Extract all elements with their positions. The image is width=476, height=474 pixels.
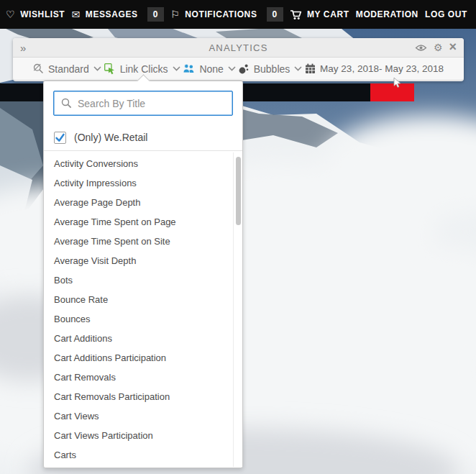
segment-label: None — [199, 63, 223, 75]
display-type-dropdown[interactable]: Bubbles — [239, 63, 303, 75]
panel-title: ANALYTICS — [13, 42, 464, 53]
weretail-filter-row[interactable]: (Only) We.Retail — [44, 124, 242, 151]
metric-list-item[interactable]: Average Time Spent on Page — [44, 212, 232, 232]
view-type-dropdown[interactable]: Standard — [33, 63, 101, 75]
my-cart-label: MY CART — [307, 9, 349, 19]
messages-label: MESSAGES — [86, 9, 138, 19]
eye-icon[interactable] — [415, 44, 427, 52]
analytics-toolbar: Standard Link Clicks Non — [13, 58, 464, 81]
magnifier-slash-icon — [33, 63, 44, 74]
date-range-picker[interactable]: May 23, 2018- May 23, 2018 — [305, 63, 444, 74]
view-type-label: Standard — [48, 63, 89, 75]
logout-link[interactable]: LOG OUT — [425, 9, 467, 19]
display-type-label: Bubbles — [254, 63, 290, 75]
chevron-down-icon — [173, 66, 180, 71]
metric-list-item[interactable]: Average Page Depth — [44, 193, 232, 212]
metric-list-item[interactable]: Cart Views — [44, 406, 232, 426]
notifications-link[interactable]: ⚐ NOTIFICATIONS 0 — [170, 7, 283, 22]
metrics-rows: Activity ConversionsActivity Impressions… — [44, 154, 242, 465]
metric-list-item[interactable]: Cart Removals Participation — [44, 387, 232, 406]
weretail-filter-checkbox[interactable] — [54, 132, 66, 144]
metric-list-item[interactable]: Carts — [44, 445, 232, 465]
search-input[interactable] — [53, 91, 233, 116]
chevron-down-icon — [93, 66, 101, 71]
flag-icon: ⚐ — [170, 9, 180, 19]
metric-label: Link Clicks — [120, 63, 168, 75]
metric-dropdown[interactable]: Link Clicks — [104, 63, 180, 75]
site-cart-button[interactable] — [370, 83, 414, 101]
search-row — [44, 81, 242, 124]
metric-list-item[interactable]: Bounces — [44, 309, 232, 329]
metric-list-item[interactable]: Average Visit Depth — [44, 251, 232, 270]
moderation-label: MODERATION — [356, 9, 418, 19]
notifications-count-badge: 0 — [267, 7, 283, 22]
messages-link[interactable]: ✉ MESSAGES 0 — [71, 7, 163, 22]
search-icon — [61, 98, 72, 111]
collapse-panel-icon[interactable]: » — [20, 42, 26, 53]
my-cart-link[interactable]: MY CART — [290, 9, 349, 20]
click-cursor-icon — [104, 63, 116, 75]
scrollbar-thumb[interactable] — [236, 157, 241, 225]
metric-list-item[interactable]: Bots — [44, 270, 232, 290]
segment-dropdown[interactable]: None — [183, 63, 235, 75]
analytics-panel-header: » ANALYTICS ⚙ × — [13, 38, 464, 58]
metric-list-item[interactable]: Cart Removals — [44, 368, 232, 387]
logout-label: LOG OUT — [425, 9, 467, 19]
calendar-icon — [305, 63, 316, 74]
notifications-label: NOTIFICATIONS — [185, 9, 257, 19]
metric-list-item[interactable]: Cart Views Participation — [44, 426, 232, 445]
heart-icon: ♡ — [6, 9, 15, 19]
community-topbar: ♡ WISHLIST ✉ MESSAGES 0 ⚐ NOTIFICATIONS … — [0, 0, 476, 29]
wishlist-label: WISHLIST — [20, 9, 65, 19]
cart-icon — [290, 9, 302, 20]
weretail-filter-label: (Only) We.Retail — [74, 132, 147, 143]
envelope-icon: ✉ — [71, 9, 80, 19]
metric-list-item[interactable]: Cart Additions — [44, 329, 232, 348]
chevron-down-icon — [228, 66, 236, 71]
metric-selection-dropdown: (Only) We.Retail Activity ConversionsAct… — [43, 81, 243, 468]
wishlist-link[interactable]: ♡ WISHLIST — [6, 9, 65, 19]
gear-icon[interactable]: ⚙ — [434, 42, 443, 53]
checkmark-icon — [55, 132, 65, 143]
date-range-label: May 23, 2018- May 23, 2018 — [320, 63, 444, 74]
bubbles-icon — [239, 63, 250, 74]
scrollbar-track[interactable] — [233, 152, 242, 467]
messages-count-badge: 0 — [147, 7, 164, 22]
metric-list-item[interactable]: Bounce Rate — [44, 290, 232, 309]
analytics-panel: » ANALYTICS ⚙ × Standard — [13, 38, 464, 81]
metric-list-item[interactable]: Cart Additions Participation — [44, 348, 232, 368]
metric-list-item[interactable]: Activity Impressions — [44, 173, 232, 193]
metric-list-item[interactable]: Activity Conversions — [44, 154, 232, 173]
people-icon — [183, 64, 195, 73]
chevron-down-icon — [294, 66, 302, 71]
close-icon[interactable]: × — [449, 40, 457, 53]
metrics-list: Activity ConversionsActivity Impressions… — [44, 151, 242, 468]
metric-list-item[interactable]: Average Time Spent on Site — [44, 232, 232, 251]
moderation-link[interactable]: MODERATION — [356, 9, 418, 19]
